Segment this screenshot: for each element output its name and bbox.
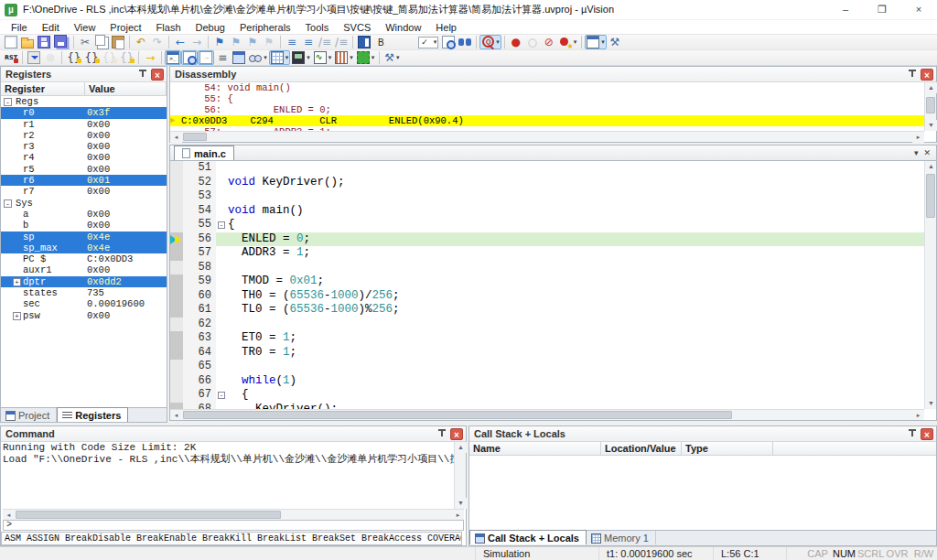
disassembly-vscrollbar[interactable]: ▲▼ <box>924 82 936 131</box>
column-type[interactable]: Type <box>682 442 773 455</box>
bookmark-prev-icon[interactable]: ⚑ <box>244 35 261 49</box>
menu-item-file[interactable]: File <box>4 22 35 33</box>
close-panel-icon[interactable] <box>151 69 164 81</box>
register-row[interactable]: -Sys <box>1 198 167 209</box>
menu-item-svcs[interactable]: SVCS <box>336 22 378 33</box>
maximize-button[interactable]: ❐ <box>864 0 900 20</box>
code-line[interactable]: 62 <box>170 318 936 332</box>
tab-list-dropdown-icon[interactable]: ▾ <box>914 148 919 157</box>
code-line[interactable]: 51 <box>170 161 936 176</box>
breakpoint-margin[interactable] <box>170 232 183 247</box>
step-over-icon[interactable]: {} <box>82 50 100 65</box>
run-to-line-icon[interactable]: {} <box>118 50 135 65</box>
configure-uvision-icon[interactable]: ⚒ <box>607 35 623 49</box>
breakpoint-margin[interactable] <box>170 246 183 261</box>
command-input[interactable]: > <box>3 520 464 531</box>
register-row[interactable]: sec0.00019600 <box>1 298 167 309</box>
toolbox-icon[interactable]: ⚒▾ <box>382 50 401 65</box>
register-row[interactable]: sp0x4e <box>1 232 167 242</box>
breakpoint-margin[interactable] <box>170 331 183 346</box>
breakpoint-margin[interactable] <box>170 189 183 204</box>
command-window-icon[interactable] <box>165 50 181 65</box>
register-row[interactable]: +psw0x00 <box>1 310 167 321</box>
disassembly-code[interactable]: 54: void main() 55: { 56: ENLED = 0;C:0x… <box>170 82 924 131</box>
breakpoint-margin[interactable] <box>170 346 183 361</box>
cut-icon[interactable]: ✂ <box>77 35 93 49</box>
system-viewer-icon[interactable]: ▾ <box>355 50 377 65</box>
disassembly-line[interactable]: 54: void main() <box>170 82 924 93</box>
bookmark-next-icon[interactable]: ⚑ <box>228 35 244 49</box>
code-line[interactable]: 64 TR0 = 1; <box>170 346 936 361</box>
code-fold-icon[interactable]: - <box>218 221 225 229</box>
tree-expander-icon[interactable]: + <box>13 278 21 286</box>
run-icon[interactable] <box>26 50 42 65</box>
paste-icon[interactable] <box>110 35 126 49</box>
code-line[interactable]: 67- { <box>170 388 936 403</box>
register-row[interactable]: sp_max0x4e <box>1 242 167 253</box>
menu-item-debug[interactable]: Debug <box>188 22 232 33</box>
menu-item-peripherals[interactable]: Peripherals <box>232 22 298 33</box>
registers-window-icon[interactable]: ≡ <box>214 50 231 65</box>
breakpoint-margin[interactable] <box>170 204 183 219</box>
memory-window-icon[interactable]: ▾ <box>269 50 291 65</box>
code-line[interactable]: 52void KeyDriver(); <box>170 176 936 190</box>
bottom-tab-memory-1[interactable]: Memory 1 <box>587 531 656 544</box>
redo-icon[interactable]: ↷ <box>149 35 166 49</box>
menu-item-edit[interactable]: Edit <box>35 22 67 33</box>
lookahead-icon[interactable] <box>457 35 473 49</box>
menu-item-flash[interactable]: Flash <box>149 22 188 33</box>
register-row[interactable]: r50x00 <box>1 164 167 175</box>
tree-expander-icon[interactable]: - <box>4 199 12 208</box>
command-output[interactable]: Running with Code Size Limit: 2KLoad "F:… <box>3 442 454 509</box>
watch-window-icon[interactable]: ▾ <box>247 50 269 65</box>
disassembly-current-line[interactable]: C:0x0DD3 C294 CLR ENLED(0x90.4) <box>170 115 924 126</box>
breakpoint-insert-icon[interactable]: ● <box>508 35 524 49</box>
register-row[interactable]: b0x00 <box>1 220 167 231</box>
register-row[interactable]: -Regs <box>1 96 167 107</box>
code-line[interactable]: 60 TH0 = (65536-1000)/256; <box>170 289 936 304</box>
close-document-icon[interactable]: ✕ <box>923 148 931 157</box>
indent-icon[interactable]: ≡ <box>284 35 300 49</box>
menu-item-tools[interactable]: Tools <box>298 22 337 33</box>
breakpoint-margin[interactable] <box>170 218 183 232</box>
pin-icon[interactable] <box>437 428 447 439</box>
minimize-button[interactable]: – <box>827 0 864 20</box>
tree-expander-icon[interactable]: - <box>4 98 12 106</box>
close-panel-icon[interactable] <box>921 428 933 440</box>
navigate-back-icon[interactable]: ← <box>172 35 188 49</box>
breakpoint-margin[interactable] <box>170 289 183 304</box>
command-vscrollbar[interactable]: ▲▼ <box>454 442 466 509</box>
pin-icon[interactable] <box>138 69 147 80</box>
code-line[interactable]: 61 TL0 = (65536-1000)%256; <box>170 303 936 318</box>
register-row[interactable]: r10x00 <box>1 119 167 130</box>
serial-window-icon[interactable]: ▾ <box>290 50 312 65</box>
unindent-icon[interactable]: ≡ <box>300 35 317 49</box>
bottom-tab-call-stack-locals[interactable]: Call Stack + Locals <box>469 530 587 544</box>
callstack-body[interactable] <box>469 456 936 514</box>
breakpoint-margin[interactable] <box>170 374 183 389</box>
breakpoint-disable-icon[interactable]: ⊘ <box>541 35 557 49</box>
pin-icon[interactable] <box>908 69 917 80</box>
disassembly-line[interactable]: 56: ENLED = 0; <box>170 104 924 115</box>
breakpoint-margin[interactable] <box>170 303 183 318</box>
tab-main-c[interactable]: main.c <box>174 145 234 160</box>
close-panel-icon[interactable] <box>921 69 933 81</box>
close-button[interactable]: × <box>900 0 937 20</box>
code-line[interactable]: 53 <box>170 189 936 204</box>
pin-icon[interactable] <box>908 428 917 439</box>
code-editor[interactable]: 5152void KeyDriver();5354void main()55-{… <box>169 161 937 421</box>
new-file-icon[interactable] <box>3 35 19 49</box>
code-line[interactable]: 63 ET0 = 1; <box>170 331 936 346</box>
register-row[interactable]: +dptr0x0dd2 <box>1 276 167 287</box>
uncomment-icon[interactable]: /≡ <box>333 35 350 49</box>
breakpoint-kill-icon[interactable]: ▾ <box>557 35 579 49</box>
editor-vscrollbar[interactable]: ▲▼ <box>924 161 936 409</box>
code-line[interactable]: 65 <box>170 360 936 374</box>
tree-expander-icon[interactable]: + <box>13 312 21 320</box>
code-line[interactable]: 57 ADDR3 = 1; <box>170 246 936 261</box>
breakpoint-margin[interactable] <box>170 161 183 176</box>
code-line[interactable]: 54void main() <box>170 204 936 219</box>
step-into-icon[interactable]: {} <box>65 50 82 65</box>
breakpoint-margin[interactable] <box>170 318 183 332</box>
menu-item-view[interactable]: View <box>67 22 103 33</box>
